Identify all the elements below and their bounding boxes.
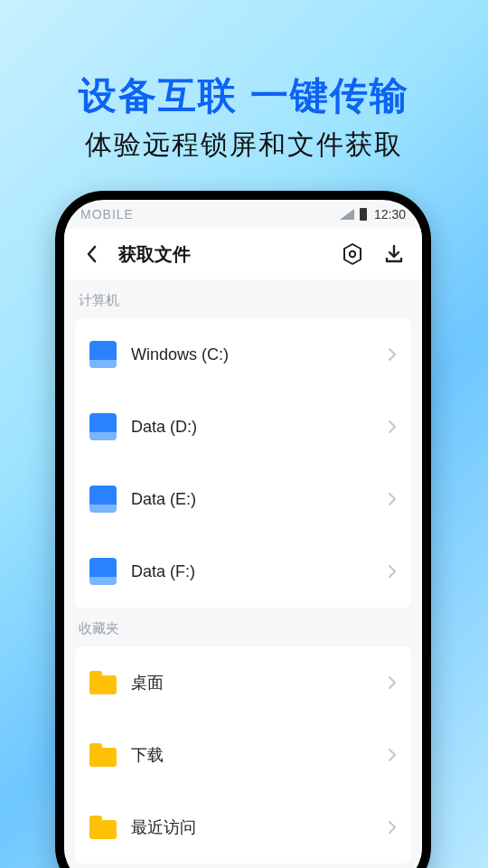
- favorite-row[interactable]: 桌面: [75, 646, 411, 719]
- drive-row[interactable]: Data (E:): [75, 463, 411, 535]
- clock-label: 12:30: [374, 207, 406, 222]
- drive-row[interactable]: Data (D:): [75, 391, 411, 463]
- carrier-label: MOBILE: [80, 207, 134, 222]
- favorite-row[interactable]: 下载: [75, 719, 411, 791]
- download-button[interactable]: [379, 239, 409, 269]
- chevron-left-icon: [85, 245, 99, 263]
- hero-headline: 设备互联 一键传输 体验远程锁屏和文件获取: [0, 0, 488, 164]
- gear-hex-icon: [341, 242, 364, 266]
- drive-label: Data (E:): [131, 490, 373, 509]
- section-label-favorites: 收藏夹: [64, 608, 422, 646]
- section-label-computer: 计算机: [64, 279, 422, 318]
- phone-frame: MOBILE 12:30 获取文件 计算机 Win: [55, 191, 431, 868]
- chevron-right-icon: [388, 564, 397, 579]
- drive-label: Data (D:): [131, 418, 373, 437]
- drive-icon: [89, 486, 117, 513]
- phone-screen: MOBILE 12:30 获取文件 计算机 Win: [64, 200, 422, 868]
- drive-icon: [89, 341, 117, 368]
- favorite-label: 最近访问: [131, 816, 373, 838]
- app-bar: 获取文件: [64, 229, 422, 279]
- settings-button[interactable]: [337, 239, 368, 269]
- chevron-right-icon: [388, 675, 397, 690]
- content-area: 计算机 Windows (C:) Data (D:) Data (E:): [64, 279, 422, 868]
- page-title: 获取文件: [118, 242, 191, 267]
- status-bar: MOBILE 12:30: [64, 200, 422, 229]
- favorites-card: 桌面 下载 最近访问: [75, 646, 411, 863]
- drive-row[interactable]: Data (F:): [75, 535, 411, 608]
- hero-subtitle: 体验远程锁屏和文件获取: [0, 127, 488, 164]
- favorite-label: 桌面: [131, 672, 373, 693]
- hero-title: 设备互联 一键传输: [0, 71, 488, 121]
- favorite-label: 下载: [131, 744, 373, 766]
- chevron-right-icon: [388, 347, 397, 362]
- drive-row[interactable]: Windows (C:): [75, 318, 411, 391]
- chevron-right-icon: [388, 748, 397, 762]
- folder-icon: [89, 671, 117, 694]
- chevron-right-icon: [388, 492, 397, 506]
- drive-icon: [89, 558, 117, 585]
- folder-icon: [89, 816, 117, 839]
- chevron-right-icon: [388, 820, 397, 835]
- battery-icon: [360, 208, 367, 221]
- signal-icon: [340, 209, 354, 220]
- drives-card: Windows (C:) Data (D:) Data (E:) Data (F…: [75, 318, 411, 608]
- drive-icon: [89, 413, 117, 440]
- folder-icon: [89, 743, 117, 767]
- svg-point-0: [350, 251, 355, 257]
- download-icon: [383, 243, 405, 265]
- chevron-right-icon: [388, 420, 397, 434]
- drive-label: Data (F:): [131, 562, 373, 581]
- favorite-row[interactable]: 最近访问: [75, 791, 411, 863]
- drive-label: Windows (C:): [131, 345, 373, 364]
- back-button[interactable]: [77, 239, 108, 269]
